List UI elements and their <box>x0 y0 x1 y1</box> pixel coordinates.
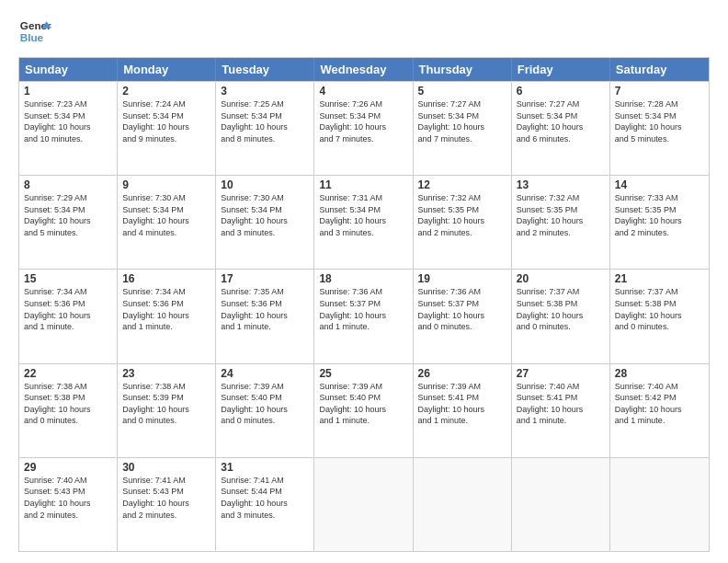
day-number: 4 <box>319 85 407 98</box>
cal-cell-31: 31Sunrise: 7:41 AM Sunset: 5:44 PM Dayli… <box>216 458 314 551</box>
day-number: 29 <box>24 461 112 474</box>
calendar: SundayMondayTuesdayWednesdayThursdayFrid… <box>18 57 710 552</box>
logo-icon: General Blue <box>18 15 51 48</box>
cal-cell-23: 23Sunrise: 7:38 AM Sunset: 5:39 PM Dayli… <box>118 364 216 457</box>
page: General Blue SundayMondayTuesdayWednesda… <box>0 0 728 563</box>
day-number: 23 <box>122 367 210 380</box>
day-info: Sunrise: 7:32 AM Sunset: 5:35 PM Dayligh… <box>418 192 506 238</box>
day-info: Sunrise: 7:40 AM Sunset: 5:42 PM Dayligh… <box>615 381 704 427</box>
day-info: Sunrise: 7:30 AM Sunset: 5:34 PM Dayligh… <box>221 192 309 238</box>
day-info: Sunrise: 7:38 AM Sunset: 5:39 PM Dayligh… <box>122 381 210 427</box>
day-info: Sunrise: 7:37 AM Sunset: 5:38 PM Dayligh… <box>615 286 704 332</box>
calendar-body: 1Sunrise: 7:23 AM Sunset: 5:34 PM Daylig… <box>19 81 709 551</box>
cal-cell-2: 2Sunrise: 7:24 AM Sunset: 5:34 PM Daylig… <box>118 82 216 175</box>
cal-cell-24: 24Sunrise: 7:39 AM Sunset: 5:40 PM Dayli… <box>216 364 314 457</box>
day-number: 9 <box>122 178 210 191</box>
cal-cell-30: 30Sunrise: 7:41 AM Sunset: 5:43 PM Dayli… <box>118 458 216 551</box>
day-number: 15 <box>24 272 112 285</box>
day-info: Sunrise: 7:24 AM Sunset: 5:34 PM Dayligh… <box>122 98 210 144</box>
cal-cell-empty <box>610 458 709 551</box>
cal-cell-17: 17Sunrise: 7:35 AM Sunset: 5:36 PM Dayli… <box>216 270 314 362</box>
day-info: Sunrise: 7:32 AM Sunset: 5:35 PM Dayligh… <box>517 192 605 238</box>
cal-cell-15: 15Sunrise: 7:34 AM Sunset: 5:36 PM Dayli… <box>19 270 118 362</box>
day-number: 20 <box>517 272 605 285</box>
day-info: Sunrise: 7:30 AM Sunset: 5:34 PM Dayligh… <box>122 192 210 238</box>
day-number: 1 <box>24 85 112 98</box>
day-number: 3 <box>221 85 309 98</box>
cal-cell-8: 8Sunrise: 7:29 AM Sunset: 5:34 PM Daylig… <box>19 176 118 269</box>
cal-cell-6: 6Sunrise: 7:27 AM Sunset: 5:34 PM Daylig… <box>512 82 610 175</box>
cal-cell-14: 14Sunrise: 7:33 AM Sunset: 5:35 PM Dayli… <box>610 176 709 269</box>
header-cell-saturday: Saturday <box>610 58 709 81</box>
cal-cell-29: 29Sunrise: 7:40 AM Sunset: 5:43 PM Dayli… <box>19 458 118 551</box>
day-number: 5 <box>418 85 506 98</box>
day-number: 31 <box>221 461 309 474</box>
cal-cell-5: 5Sunrise: 7:27 AM Sunset: 5:34 PM Daylig… <box>414 82 512 175</box>
cal-cell-11: 11Sunrise: 7:31 AM Sunset: 5:34 PM Dayli… <box>314 176 413 269</box>
day-info: Sunrise: 7:41 AM Sunset: 5:44 PM Dayligh… <box>221 475 309 521</box>
cal-cell-1: 1Sunrise: 7:23 AM Sunset: 5:34 PM Daylig… <box>19 82 118 175</box>
day-info: Sunrise: 7:26 AM Sunset: 5:34 PM Dayligh… <box>319 98 407 144</box>
cal-cell-20: 20Sunrise: 7:37 AM Sunset: 5:38 PM Dayli… <box>512 270 610 362</box>
day-number: 22 <box>24 367 112 380</box>
header-cell-wednesday: Wednesday <box>314 58 413 81</box>
day-info: Sunrise: 7:27 AM Sunset: 5:34 PM Dayligh… <box>418 98 506 144</box>
day-info: Sunrise: 7:39 AM Sunset: 5:40 PM Dayligh… <box>319 381 407 427</box>
day-info: Sunrise: 7:29 AM Sunset: 5:34 PM Dayligh… <box>24 192 112 238</box>
header-cell-sunday: Sunday <box>19 58 118 81</box>
day-number: 14 <box>615 178 704 191</box>
day-info: Sunrise: 7:34 AM Sunset: 5:36 PM Dayligh… <box>122 286 210 332</box>
day-number: 10 <box>221 178 309 191</box>
day-info: Sunrise: 7:36 AM Sunset: 5:37 PM Dayligh… <box>319 286 407 332</box>
header: General Blue <box>18 15 710 48</box>
day-info: Sunrise: 7:31 AM Sunset: 5:34 PM Dayligh… <box>319 192 407 238</box>
cal-week-4: 29Sunrise: 7:40 AM Sunset: 5:43 PM Dayli… <box>19 457 709 551</box>
cal-week-0: 1Sunrise: 7:23 AM Sunset: 5:34 PM Daylig… <box>19 81 709 175</box>
day-info: Sunrise: 7:40 AM Sunset: 5:43 PM Dayligh… <box>24 475 112 521</box>
cal-cell-12: 12Sunrise: 7:32 AM Sunset: 5:35 PM Dayli… <box>414 176 512 269</box>
day-info: Sunrise: 7:23 AM Sunset: 5:34 PM Dayligh… <box>24 98 112 144</box>
day-info: Sunrise: 7:28 AM Sunset: 5:34 PM Dayligh… <box>615 98 704 144</box>
day-number: 8 <box>24 178 112 191</box>
header-cell-tuesday: Tuesday <box>216 58 314 81</box>
cal-cell-4: 4Sunrise: 7:26 AM Sunset: 5:34 PM Daylig… <box>314 82 413 175</box>
cal-cell-9: 9Sunrise: 7:30 AM Sunset: 5:34 PM Daylig… <box>118 176 216 269</box>
svg-text:Blue: Blue <box>20 31 44 43</box>
cal-cell-16: 16Sunrise: 7:34 AM Sunset: 5:36 PM Dayli… <box>118 270 216 362</box>
cal-week-3: 22Sunrise: 7:38 AM Sunset: 5:38 PM Dayli… <box>19 363 709 457</box>
cal-week-1: 8Sunrise: 7:29 AM Sunset: 5:34 PM Daylig… <box>19 175 709 269</box>
cal-cell-13: 13Sunrise: 7:32 AM Sunset: 5:35 PM Dayli… <box>512 176 610 269</box>
day-number: 26 <box>418 367 506 380</box>
day-number: 19 <box>418 272 506 285</box>
day-number: 21 <box>615 272 704 285</box>
day-info: Sunrise: 7:36 AM Sunset: 5:37 PM Dayligh… <box>418 286 506 332</box>
day-number: 7 <box>615 85 704 98</box>
cal-cell-18: 18Sunrise: 7:36 AM Sunset: 5:37 PM Dayli… <box>314 270 413 362</box>
cal-cell-empty <box>314 458 413 551</box>
calendar-header: SundayMondayTuesdayWednesdayThursdayFrid… <box>19 58 709 81</box>
cal-cell-empty <box>414 458 512 551</box>
day-number: 13 <box>517 178 605 191</box>
day-info: Sunrise: 7:27 AM Sunset: 5:34 PM Dayligh… <box>517 98 605 144</box>
day-number: 25 <box>319 367 407 380</box>
cal-cell-28: 28Sunrise: 7:40 AM Sunset: 5:42 PM Dayli… <box>610 364 709 457</box>
day-info: Sunrise: 7:37 AM Sunset: 5:38 PM Dayligh… <box>517 286 605 332</box>
day-number: 24 <box>221 367 309 380</box>
day-info: Sunrise: 7:40 AM Sunset: 5:41 PM Dayligh… <box>517 381 605 427</box>
cal-cell-21: 21Sunrise: 7:37 AM Sunset: 5:38 PM Dayli… <box>610 270 709 362</box>
header-cell-thursday: Thursday <box>414 58 512 81</box>
cal-cell-7: 7Sunrise: 7:28 AM Sunset: 5:34 PM Daylig… <box>610 82 709 175</box>
cal-cell-26: 26Sunrise: 7:39 AM Sunset: 5:41 PM Dayli… <box>414 364 512 457</box>
day-number: 6 <box>517 85 605 98</box>
cal-cell-3: 3Sunrise: 7:25 AM Sunset: 5:34 PM Daylig… <box>216 82 314 175</box>
cal-cell-10: 10Sunrise: 7:30 AM Sunset: 5:34 PM Dayli… <box>216 176 314 269</box>
day-number: 16 <box>122 272 210 285</box>
day-info: Sunrise: 7:25 AM Sunset: 5:34 PM Dayligh… <box>221 98 309 144</box>
day-number: 11 <box>319 178 407 191</box>
day-info: Sunrise: 7:33 AM Sunset: 5:35 PM Dayligh… <box>615 192 704 238</box>
cal-cell-19: 19Sunrise: 7:36 AM Sunset: 5:37 PM Dayli… <box>414 270 512 362</box>
day-info: Sunrise: 7:35 AM Sunset: 5:36 PM Dayligh… <box>221 286 309 332</box>
day-info: Sunrise: 7:38 AM Sunset: 5:38 PM Dayligh… <box>24 381 112 427</box>
cal-cell-empty <box>512 458 610 551</box>
day-number: 28 <box>615 367 704 380</box>
